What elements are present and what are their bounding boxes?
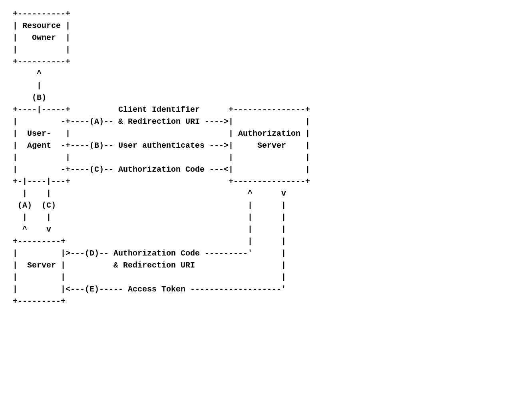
- oauth-flow-diagram: +----------+ | Resource | | Owner | | | …: [8, 8, 521, 307]
